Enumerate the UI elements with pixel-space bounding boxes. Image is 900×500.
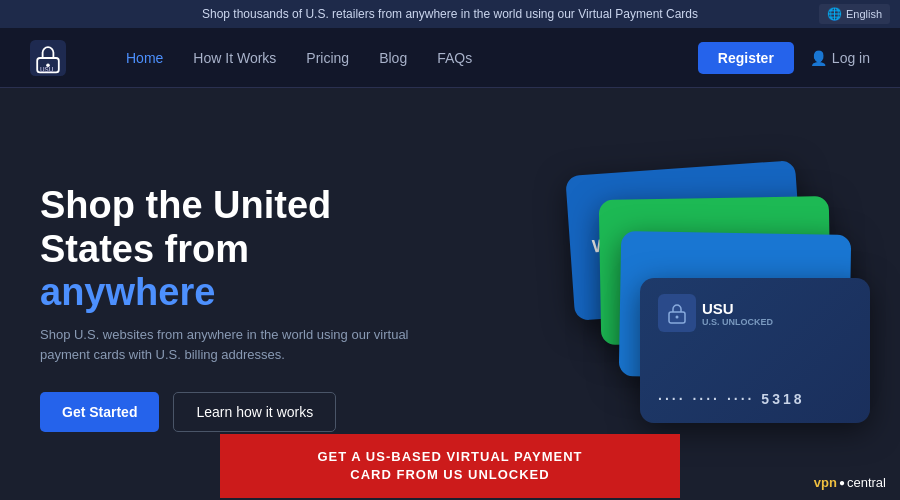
person-icon: 👤 xyxy=(810,50,827,66)
usu-logo-icon: USU xyxy=(30,40,66,76)
usu-card-icon xyxy=(658,294,696,332)
nav-pricing[interactable]: Pricing xyxy=(306,50,349,66)
get-started-button[interactable]: Get Started xyxy=(40,392,159,432)
vpn-text: vpn xyxy=(814,475,837,490)
nav-faqs[interactable]: FAQs xyxy=(437,50,472,66)
hero-title-accent: anywhere xyxy=(40,271,215,313)
logo-area: USU xyxy=(30,40,66,76)
svg-point-5 xyxy=(676,316,679,319)
language-button[interactable]: 🌐 English xyxy=(819,4,890,24)
usu-card: USU U.S. UNLOCKED ···· ···· ···· 5318 xyxy=(640,278,870,423)
vpn-dot: ● xyxy=(839,477,845,488)
hero-subtitle: Shop U.S. websites from anywhere in the … xyxy=(40,325,420,364)
nav-actions: Register 👤 Log in xyxy=(698,42,870,74)
hero-section: Shop the United States from anywhere Sho… xyxy=(0,88,900,498)
nav-blog[interactable]: Blog xyxy=(379,50,407,66)
learn-how-button[interactable]: Learn how it works xyxy=(173,392,336,432)
top-banner: Shop thousands of U.S. retailers from an… xyxy=(0,0,900,28)
banner-text: Shop thousands of U.S. retailers from an… xyxy=(202,7,698,21)
usu-card-logo: USU U.S. UNLOCKED xyxy=(658,294,773,332)
usu-card-label: USU xyxy=(702,300,773,317)
hero-buttons: Get Started Learn how it works xyxy=(40,392,440,432)
hero-title-line1: Shop the United xyxy=(40,184,331,226)
hero-title-line2: States from xyxy=(40,228,249,270)
central-text: central xyxy=(847,475,886,490)
bottom-banner-line2: CARD FROM US UNLOCKED xyxy=(260,466,640,484)
cards-area: Walmart ✳ hulu amazon ~ xyxy=(440,168,860,448)
usu-card-sublabel: U.S. UNLOCKED xyxy=(702,317,773,327)
nav-links: Home How It Works Pricing Blog FAQs xyxy=(126,50,698,66)
register-button[interactable]: Register xyxy=(698,42,794,74)
login-link[interactable]: 👤 Log in xyxy=(810,50,870,66)
hero-title: Shop the United States from anywhere xyxy=(40,184,440,315)
navbar: USU Home How It Works Pricing Blog FAQs … xyxy=(0,28,900,88)
globe-icon: 🌐 xyxy=(827,7,842,21)
usu-lock-icon xyxy=(665,301,689,325)
language-label: English xyxy=(846,8,882,20)
svg-text:USU: USU xyxy=(40,66,54,73)
vpn-watermark: vpn●central xyxy=(814,475,886,490)
nav-how-it-works[interactable]: How It Works xyxy=(193,50,276,66)
bottom-banner-line1: GET A US-BASED VIRTUAL PAYMENT xyxy=(260,448,640,466)
nav-home[interactable]: Home xyxy=(126,50,163,66)
login-label: Log in xyxy=(832,50,870,66)
card-number: ···· ···· ···· 5318 xyxy=(658,391,805,407)
bottom-promo-banner: GET A US-BASED VIRTUAL PAYMENT CARD FROM… xyxy=(220,434,680,498)
hero-content: Shop the United States from anywhere Sho… xyxy=(40,184,440,432)
